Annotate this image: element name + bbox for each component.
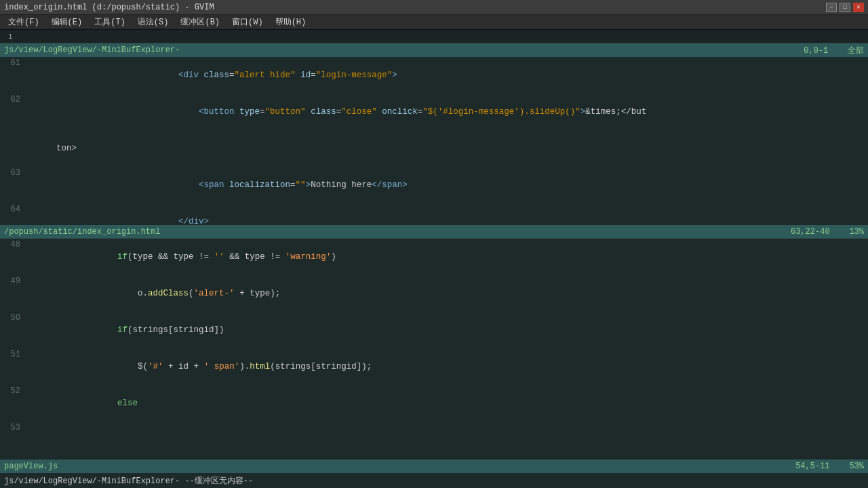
pane2-status-left: /popush/static/index_origin.html [4, 227, 160, 237]
close-button[interactable]: ✕ [853, 3, 864, 12]
command-line: js/view/LogRegView/-MiniBufExplorer- --缓… [0, 473, 868, 488]
menu-syntax[interactable]: 语法(S) [132, 15, 174, 29]
bottom-status-filename: pageView.js [4, 462, 58, 471]
js-line-53: 53 $('#' + id + ' span').html(stringid); [0, 422, 868, 435]
code-line-62b: ton> [0, 130, 868, 167]
code-line-63: 63 <span localization="">Nothing here</s… [0, 167, 868, 203]
bottom-status-position: 54,5-11 53% [795, 462, 864, 471]
maximize-button[interactable]: □ [840, 3, 850, 12]
menu-help[interactable]: 帮助(H) [270, 15, 312, 29]
pane1-status-line: js/view/LogRegView/-MiniBufExplorer- 0,0… [0, 43, 868, 57]
pane2-code: 48 if(type && type != '' && type != 'war… [0, 239, 868, 435]
pane1-code: 61 <div class="alert hide" id="login-mes… [0, 57, 868, 225]
tab-line: 1 [0, 30, 868, 43]
bottom-status-bar: pageView.js 54,5-11 53% [0, 460, 868, 473]
code-line-64: 64 </div> [0, 203, 868, 225]
js-line-49: 49 o.addClass('alert-' + type); [0, 275, 868, 312]
tab-number[interactable]: 1 [3, 33, 18, 41]
title-bar: index_origin.html (d:/popush/static) - G… [0, 0, 868, 15]
js-line-52: 52 else [0, 385, 868, 422]
menu-window[interactable]: 窗口(W) [226, 15, 269, 29]
pane2-status-line: /popush/static/index_origin.html 63,22-4… [0, 225, 868, 239]
title-text: index_origin.html (d:/popush/static) - G… [4, 3, 214, 12]
menu-tools[interactable]: 工具(T) [89, 15, 131, 29]
code-line-62: 62 <button type="button" class="close" o… [0, 94, 868, 130]
js-line-48: 48 if(type && type != '' && type != 'war… [0, 239, 868, 275]
pane1-status-right: 0,0-1 全部 [804, 45, 864, 56]
pane2-status-right: 63,22-40 13% [791, 227, 864, 237]
js-line-51: 51 $('#' + id + ' span').html(strings[st… [0, 348, 868, 385]
menu-edit[interactable]: 编辑(E) [46, 15, 88, 29]
menu-bar: 文件(F) 编辑(E) 工具(T) 语法(S) 缓冲区(B) 窗口(W) 帮助(… [0, 15, 868, 30]
minimize-button[interactable]: – [826, 3, 837, 12]
menu-buffer[interactable]: 缓冲区(B) [175, 15, 225, 29]
cmd-line-text: js/view/LogRegView/-MiniBufExplorer- --缓… [4, 475, 253, 487]
code-line-61: 61 <div class="alert hide" id="login-mes… [0, 57, 868, 94]
pane1-status-left: js/view/LogRegView/-MiniBufExplorer- [4, 45, 180, 55]
js-line-50: 50 if(strings[stringid]) [0, 312, 868, 348]
window-controls: – □ ✕ [826, 3, 864, 12]
menu-file[interactable]: 文件(F) [3, 15, 45, 29]
